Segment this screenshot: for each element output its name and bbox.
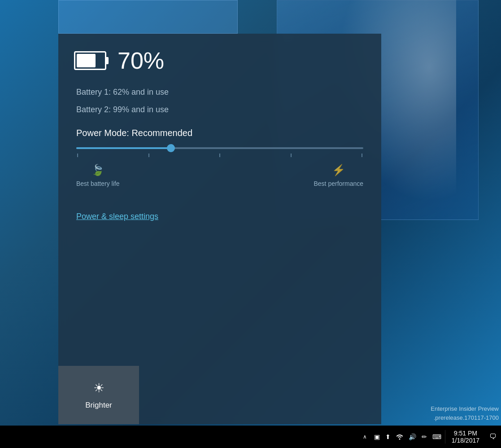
taskbar-upload-icon[interactable]: ⬆ [383, 426, 393, 448]
taskbar-volume-icon[interactable]: 🔊 [406, 426, 419, 448]
battery-header: 70% [74, 47, 366, 74]
battery1-detail: Battery 1: 62% and in use [74, 88, 366, 97]
battery-leaf-icon: 🍃 [91, 164, 105, 176]
best-performance-text: Best performance [314, 180, 364, 187]
battery-icon-shape [74, 51, 106, 70]
taskbar-pen-icon[interactable]: ✏ [419, 426, 430, 448]
taskbar-date-display: 1/18/2017 [452, 437, 479, 444]
slider-ticks [76, 154, 363, 157]
slider-tick-4 [291, 154, 292, 157]
battery-mode-labels: 🍃 Best battery life ⚡ Best performance [74, 164, 366, 187]
battery-popup-panel: 70% Battery 1: 62% and in use Battery 2:… [58, 34, 381, 424]
power-mode-label: Power Mode: Recommended [74, 128, 366, 138]
taskbar-time-display: 9:51 PM [454, 430, 477, 437]
slider-tick-3 [219, 154, 220, 157]
svg-point-0 [399, 439, 400, 440]
taskbar: ∧ ▣ ⬆ 🔊 ✏ ⌨ 9:51 PM 1/18/2017 🗨 [0, 426, 501, 448]
desktop-tile-left [58, 0, 238, 34]
brighter-label: Brighter [85, 401, 112, 410]
battery-fill-bar [77, 54, 96, 67]
insider-preview-text: Enterprise Insider Preview .prerelease.1… [431, 404, 499, 422]
slider-tick-1 [77, 154, 78, 157]
power-mode-slider-container[interactable] [74, 147, 366, 157]
taskbar-keyboard-icon[interactable]: ⌨ [430, 426, 444, 448]
brighter-button[interactable]: ☀ Brighter [58, 366, 139, 424]
brightness-icon: ☀ [93, 381, 105, 395]
performance-lightning-icon: ⚡ [332, 164, 345, 176]
best-battery-text: Best battery life [76, 180, 120, 187]
taskbar-notification-icon[interactable]: 🗨 [485, 426, 501, 448]
slider-tick-5 [362, 154, 362, 157]
slider-thumb[interactable] [167, 144, 175, 152]
best-battery-label: 🍃 Best battery life [76, 164, 120, 187]
battery2-detail: Battery 2: 99% and in use [74, 105, 366, 114]
taskbar-chevron-button[interactable]: ∧ [358, 426, 371, 448]
battery-percentage-label: 70% [118, 47, 164, 74]
slider-fill [76, 147, 171, 149]
taskbar-separator [445, 430, 445, 444]
slider-tick-2 [148, 154, 149, 157]
best-performance-label: ⚡ Best performance [314, 164, 364, 187]
taskbar-clock[interactable]: 9:51 PM 1/18/2017 [446, 426, 485, 448]
power-sleep-settings-link[interactable]: Power & sleep settings [74, 212, 366, 221]
taskbar-battery-icon[interactable]: ▣ [371, 426, 383, 448]
battery-icon [74, 51, 106, 70]
slider-track[interactable] [76, 147, 363, 149]
taskbar-network-icon[interactable] [393, 426, 406, 448]
